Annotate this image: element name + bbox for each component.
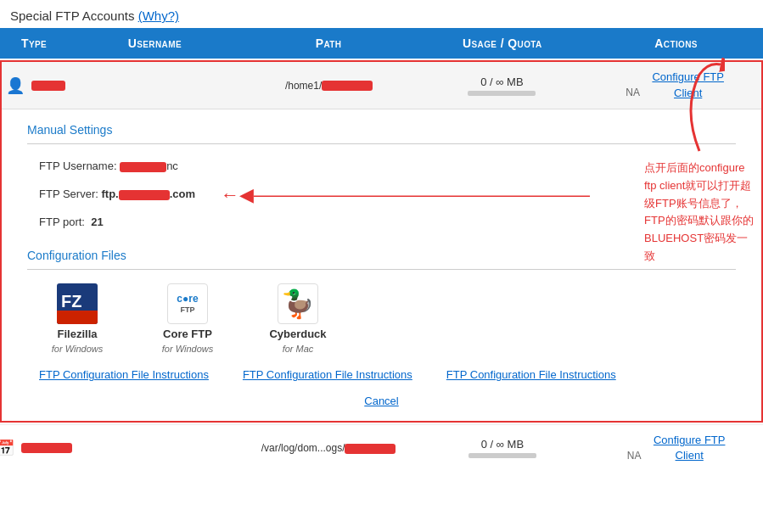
row1-username-redacted <box>31 81 65 91</box>
svg-rect-3 <box>57 311 98 324</box>
red-arrow-svg <box>674 58 725 160</box>
cyberduck-icon: 🦆 <box>278 283 318 324</box>
why-link[interactable]: (Why?) <box>138 8 179 23</box>
software-icons: FZ Filezilla for Windows c●re FTP <box>39 283 736 354</box>
svg-text:FZ: FZ <box>61 292 81 311</box>
annotation-container: 点开后面的configure ftp client就可以打开超级FTP账号信息了… <box>644 58 755 266</box>
coreftp-name: Core FTP <box>163 328 212 340</box>
row2-quota-bar <box>468 453 536 458</box>
software-filezilla: FZ Filezilla for Windows <box>39 283 115 354</box>
configure-ftp-link-2[interactable]: Configure FTPClient <box>654 433 726 463</box>
row1-usage-text: 0 / ∞ MB <box>428 76 577 88</box>
ftp-port-row: FTP port: 21 <box>39 212 736 233</box>
config-files-title: Configuration Files <box>27 249 736 262</box>
manual-settings-title: Manual Settings <box>27 123 736 137</box>
ftp-username-row: FTP Username: nc <box>39 156 736 177</box>
ftp-port-label: FTP port: <box>39 216 85 228</box>
coreftp-icon: c●re FTP <box>167 283 208 324</box>
divider-2 <box>27 269 736 270</box>
ftp-row-2: 📅 /var/log/dom...ogs/ 0 / ∞ MB NA Config… <box>0 424 763 471</box>
row1-quota-bar <box>468 91 536 96</box>
row2-usage-text: 0 / ∞ MB <box>428 438 578 451</box>
ftp-server-domain-redacted <box>119 190 170 200</box>
row2-username-redacted <box>21 443 72 453</box>
cyberduck-platform: for Mac <box>283 344 314 354</box>
row1-path-redacted <box>322 81 373 91</box>
row1-path: /home1/ <box>243 73 416 98</box>
row2-path: /var/log/dom...ogs/ <box>242 435 416 461</box>
divider-1 <box>27 143 736 144</box>
page-wrapper: Special FTP Accounts (Why?) Type Usernam… <box>0 0 763 471</box>
ftp-details: FTP Username: nc FTP Server: ftp..com ←◀… <box>27 156 736 233</box>
cancel-row: Cancel <box>27 395 736 407</box>
annotation-text: 点开后面的configure ftp client就可以打开超级FTP账号信息了… <box>644 160 755 266</box>
ftp-port-value: 21 <box>91 216 103 228</box>
ftp-config-link-filezilla[interactable]: FTP Configuration File Instructions <box>39 367 209 383</box>
left-arrow-icon: ←◀—————————————————— <box>221 177 590 213</box>
ftp-config-link-coreftp[interactable]: FTP Configuration File Instructions <box>243 367 412 383</box>
ftp-server-row: FTP Server: ftp..com ←◀—————————————————… <box>39 177 736 213</box>
filezilla-name: Filezilla <box>58 328 98 340</box>
cyberduck-name: Cyberduck <box>269 328 326 340</box>
calendar-icon: 📅 <box>0 439 14 457</box>
filezilla-platform: for Windows <box>52 344 103 354</box>
cancel-link[interactable]: Cancel <box>364 395 398 407</box>
col-usage: Usage / Quota <box>416 28 590 59</box>
row1-username <box>70 79 243 92</box>
row2-username-empty <box>68 441 242 455</box>
ftp-username-value-redacted <box>120 162 166 172</box>
row2-path-redacted <box>345 444 396 454</box>
ftp-server-value: ftp..com <box>101 184 195 205</box>
page-title: Special FTP Accounts (Why?) <box>0 0 763 28</box>
row1-usage: 0 / ∞ MB <box>416 69 589 103</box>
col-path: Path <box>242 28 416 59</box>
ftp-server-label: FTP Server: <box>39 184 98 205</box>
row1-type-cell: 👤 <box>2 70 70 102</box>
ftp-username-label: FTP Username: <box>39 160 117 172</box>
special-ftp-title: Special FTP Accounts <box>10 8 134 23</box>
col-type: Type <box>0 28 68 59</box>
table-header: Type Username Path Usage / Quota Actions <box>0 28 763 59</box>
software-cyberduck: 🦆 Cyberduck for Mac <box>260 283 336 354</box>
duck-emoji: 🦆 <box>281 288 315 320</box>
ftp-config-link-cyberduck[interactable]: FTP Configuration File Instructions <box>446 367 616 383</box>
software-coreftp: c●re FTP Core FTP for Windows <box>149 283 226 354</box>
arrow-and-text: 点开后面的configure ftp client就可以打开超级FTP账号信息了… <box>644 58 755 266</box>
row2-actions: NA Configure FTPClient <box>589 426 763 470</box>
ftp-username-suffix: nc <box>166 160 178 172</box>
row1-na: NA <box>626 87 640 99</box>
filezilla-icon: FZ <box>57 283 98 324</box>
ftp-config-links: FTP Configuration File Instructions FTP … <box>39 367 736 383</box>
person-icon: 👤 <box>6 76 25 95</box>
col-username: Username <box>68 28 242 59</box>
row2-na: NA <box>627 450 642 462</box>
coreftp-platform: for Windows <box>162 344 213 354</box>
col-actions: Actions <box>589 28 763 59</box>
row2-usage: 0 / ∞ MB <box>416 431 590 465</box>
row2-type-cell: 📅 <box>0 432 68 464</box>
